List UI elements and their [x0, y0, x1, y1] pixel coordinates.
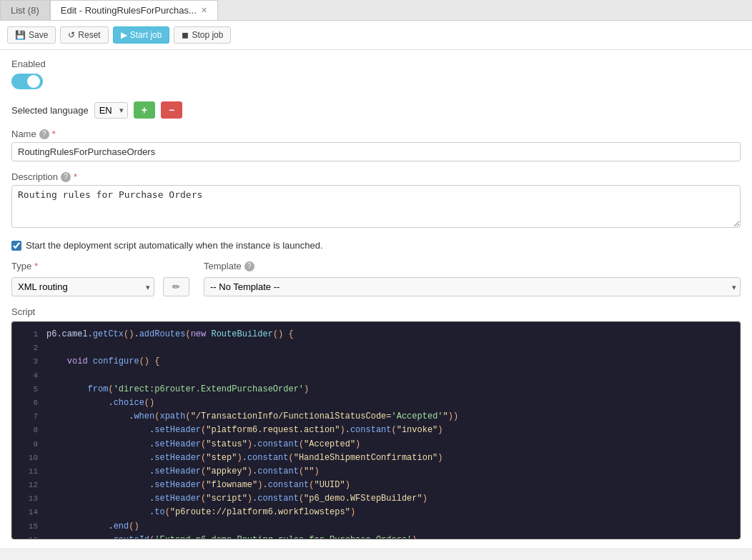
- toolbar: 💾 Save ↺ Reset ▶ Start job ◼ Stop job: [0, 21, 752, 50]
- template-label: Template ?: [204, 261, 741, 271]
- line-content: .routeId('Extend p6_demo Routing rules f…: [46, 534, 734, 539]
- line-number: 6: [18, 396, 38, 410]
- line-content: .setHeader("flowname").constant("UUID"): [46, 479, 734, 492]
- name-input[interactable]: [11, 142, 741, 161]
- type-label: Type *: [11, 261, 192, 271]
- code-line: 9 .setHeader("status").constant("Accepte…: [12, 438, 740, 451]
- tab-edit[interactable]: Edit - RoutingRulesForPurchas... ✕: [50, 0, 218, 20]
- type-select-wrap: XML routing ✏: [11, 277, 192, 296]
- name-row: Name ? *: [11, 129, 741, 161]
- selected-language-label: Selected language: [11, 105, 89, 116]
- auto-deploy-label: Start the deployment script automaticall…: [26, 240, 323, 251]
- line-number: 16: [18, 534, 38, 539]
- toggle-thumb: [27, 75, 40, 88]
- line-number: 5: [18, 383, 38, 396]
- code-line: 1p6.camel.getCtx().addRoutes(new RouteBu…: [12, 328, 740, 341]
- stop-job-label: Stop job: [192, 30, 223, 40]
- auto-deploy-checkbox[interactable]: [11, 241, 21, 251]
- script-label: Script: [11, 306, 741, 317]
- tab-list[interactable]: List (8): [0, 0, 50, 20]
- description-input[interactable]: [11, 185, 741, 228]
- save-icon: 💾: [15, 30, 26, 40]
- add-language-button[interactable]: +: [134, 101, 155, 119]
- code-line: 5 from('direct:p6router.ExtendPurchaseOr…: [12, 383, 740, 396]
- line-number: 7: [18, 410, 38, 424]
- line-content: .setHeader("step").constant("HandleShipm…: [46, 451, 734, 465]
- tab-list-label: List (8): [11, 5, 39, 16]
- code-editor[interactable]: 1p6.camel.getCtx().addRoutes(new RouteBu…: [11, 321, 741, 539]
- line-number: 8: [18, 424, 38, 437]
- line-number: 12: [18, 479, 38, 492]
- line-number: 4: [18, 369, 38, 383]
- stop-job-button[interactable]: ◼ Stop job: [174, 26, 231, 44]
- line-content: p6.camel.getCtx().addRoutes(new RouteBui…: [46, 328, 734, 341]
- line-number: 15: [18, 520, 38, 534]
- type-select[interactable]: XML routing: [11, 277, 154, 296]
- enabled-toggle[interactable]: [11, 74, 43, 89]
- line-content: .choice(): [46, 396, 734, 410]
- line-content: from('direct:p6router.ExtendPurchaseOrde…: [46, 383, 734, 396]
- start-job-button[interactable]: ▶ Start job: [113, 26, 170, 44]
- line-content: .setHeader("platform6.request.action").c…: [46, 424, 734, 437]
- line-number: 10: [18, 451, 38, 465]
- stop-icon: ◼: [182, 30, 189, 40]
- name-help-icon: ?: [39, 129, 49, 139]
- type-template-row: Type * XML routing ✏ Template ?: [11, 261, 741, 296]
- code-line: 8 .setHeader("platform6.request.action")…: [12, 424, 740, 437]
- description-help-icon: ?: [61, 172, 71, 182]
- template-col: Template ? -- No Template --: [204, 261, 741, 296]
- line-number: 2: [18, 341, 38, 355]
- save-button[interactable]: 💾 Save: [7, 26, 56, 44]
- line-content: void configure() {: [46, 355, 734, 369]
- language-select[interactable]: EN: [94, 102, 128, 119]
- name-required: *: [52, 129, 56, 139]
- line-content: [46, 341, 734, 355]
- form-content: Enabled Selected language EN + − Name ?: [0, 50, 752, 548]
- language-row: Selected language EN + −: [11, 101, 741, 119]
- type-required: *: [34, 261, 38, 271]
- tabs-bar: List (8) Edit - RoutingRulesForPurchas..…: [0, 0, 752, 21]
- reset-button[interactable]: ↺ Reset: [60, 26, 108, 44]
- code-line: 12 .setHeader("flowname").constant("UUID…: [12, 479, 740, 492]
- auto-deploy-row: Start the deployment script automaticall…: [11, 240, 741, 251]
- description-required: *: [74, 171, 77, 182]
- description-row: Description ? *: [11, 171, 741, 230]
- code-line: 3 void configure() {: [12, 355, 740, 369]
- main-panel: 💾 Save ↺ Reset ▶ Start job ◼ Stop job En…: [0, 21, 752, 548]
- template-help-icon: ?: [244, 261, 254, 271]
- code-line: 7 .when(xpath("/TransactionInfo/Function…: [12, 410, 740, 424]
- line-content: [46, 369, 734, 383]
- toggle-track: [11, 74, 43, 89]
- enabled-row: Enabled: [11, 59, 741, 91]
- remove-language-button[interactable]: −: [161, 101, 182, 119]
- name-label: Name ? *: [11, 129, 741, 139]
- line-content: .setHeader("script").constant("p6_demo.W…: [46, 492, 734, 506]
- type-col: Type * XML routing ✏: [11, 261, 192, 296]
- template-select[interactable]: -- No Template --: [204, 277, 741, 296]
- edit-type-button[interactable]: ✏: [163, 277, 189, 296]
- line-number: 13: [18, 492, 38, 506]
- line-content: .setHeader("status").constant("Accepted"…: [46, 438, 734, 451]
- code-line: 14 .to("p6route://platform6.workflowstep…: [12, 506, 740, 519]
- code-line: 2: [12, 341, 740, 355]
- code-line: 6 .choice(): [12, 396, 740, 410]
- line-content: .end(): [46, 520, 734, 534]
- reset-label: Reset: [78, 30, 100, 40]
- code-line: 15 .end(): [12, 520, 740, 534]
- script-section: Script 1p6.camel.getCtx().addRoutes(new …: [11, 306, 741, 539]
- code-line: 10 .setHeader("step").constant("HandleSh…: [12, 451, 740, 465]
- line-content: .when(xpath("/TransactionInfo/Functional…: [46, 410, 734, 424]
- save-label: Save: [29, 30, 48, 40]
- line-number: 11: [18, 465, 38, 479]
- close-icon[interactable]: ✕: [201, 6, 207, 14]
- enabled-label: Enabled: [11, 59, 741, 69]
- line-content: .to("p6route://platform6.workflowsteps"): [46, 506, 734, 519]
- line-number: 9: [18, 438, 38, 451]
- line-number: 1: [18, 328, 38, 341]
- line-number: 14: [18, 506, 38, 519]
- line-number: 3: [18, 355, 38, 369]
- code-line: 4: [12, 369, 740, 383]
- code-line: 11 .setHeader("appkey").constant(""): [12, 465, 740, 479]
- code-line: 16 .routeId('Extend p6_demo Routing rule…: [12, 534, 740, 539]
- code-line: 13 .setHeader("script").constant("p6_dem…: [12, 492, 740, 506]
